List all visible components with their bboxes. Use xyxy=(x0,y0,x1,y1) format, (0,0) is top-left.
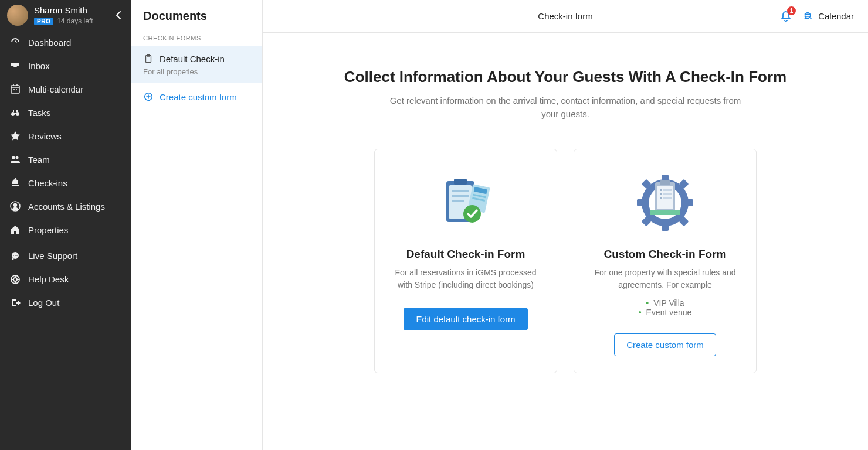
sidebar-item-checkins[interactable]: Check-ins xyxy=(0,171,131,195)
svg-rect-26 xyxy=(454,179,467,185)
card-desc: For one property with special rules and … xyxy=(591,267,740,291)
sidebar-item-reviews[interactable]: Reviews xyxy=(0,124,131,148)
days-left: 14 days left xyxy=(57,17,93,25)
svg-rect-3 xyxy=(14,113,16,114)
users-icon xyxy=(9,154,21,165)
chevron-left-icon[interactable] xyxy=(113,8,124,23)
sidebar-item-accounts[interactable]: Accounts & Listings xyxy=(0,195,131,218)
hero-subtitle: Get relevant information on the arrival … xyxy=(384,94,747,121)
panel-section-label: CHECKIN FORMS xyxy=(131,32,262,46)
svg-rect-27 xyxy=(452,190,469,192)
svg-point-5 xyxy=(16,156,19,159)
panel-title: Documents xyxy=(131,0,262,32)
chat-icon xyxy=(9,250,21,262)
svg-rect-21 xyxy=(147,54,150,56)
svg-rect-28 xyxy=(452,195,469,197)
sidebar-item-label: Help Desk xyxy=(28,274,69,284)
svg-rect-53 xyxy=(650,210,680,215)
sidebar-item-label: Live Support xyxy=(28,251,77,261)
svg-rect-48 xyxy=(663,189,672,191)
clipboard-icon xyxy=(143,53,154,64)
nav-list: Dashboard Inbox Multi-calendar Tasks Rev… xyxy=(0,30,131,237)
lifebuoy-icon xyxy=(9,274,21,285)
sidebar-item-label: Inbox xyxy=(28,61,50,71)
panel-item-title: Default Check-in xyxy=(160,54,225,64)
sidebar-item-label: Tasks xyxy=(28,108,50,118)
sidebar: Sharon Smith PRO 14 days left Dashboard … xyxy=(0,0,131,450)
sidebar-item-dashboard[interactable]: Dashboard xyxy=(0,30,131,54)
content: Collect Information About Your Guests Wi… xyxy=(263,33,868,450)
list-item: Event venue xyxy=(639,308,692,317)
topbar: Check-in form 1 Calendar xyxy=(263,0,868,33)
star-icon xyxy=(9,130,21,142)
sidebar-item-label: Log Out xyxy=(28,298,59,308)
calendar-grid-icon xyxy=(9,83,21,95)
sidebar-item-helpdesk[interactable]: Help Desk xyxy=(0,268,131,291)
card-example-list: VIP Villa Event venue xyxy=(639,298,692,317)
sidebar-item-logout[interactable]: Log Out xyxy=(0,291,131,315)
documents-panel: Documents CHECKIN FORMS Default Check-in… xyxy=(131,0,263,450)
svg-rect-49 xyxy=(660,193,662,195)
svg-point-15 xyxy=(13,255,14,256)
svg-point-16 xyxy=(15,255,16,256)
svg-point-34 xyxy=(463,205,481,223)
svg-point-17 xyxy=(16,255,18,256)
card-custom-checkin: Custom Check-in Form For one property wi… xyxy=(574,149,757,373)
sidebar-item-properties[interactable]: Properties xyxy=(0,218,131,237)
create-custom-form-button[interactable]: Create custom form xyxy=(614,333,716,356)
create-custom-form-link[interactable]: Create custom form xyxy=(131,83,262,110)
notifications-button[interactable]: 1 xyxy=(779,10,792,23)
list-item: VIP Villa xyxy=(639,298,692,308)
gear-clipboard-illustration xyxy=(633,171,697,235)
calendar-link[interactable]: Calendar xyxy=(803,11,854,22)
svg-rect-46 xyxy=(660,180,670,185)
svg-rect-52 xyxy=(663,197,672,199)
svg-rect-29 xyxy=(452,200,464,202)
svg-point-23 xyxy=(805,12,811,18)
user-name: Sharon Smith xyxy=(34,5,107,16)
panel-item-default-checkin[interactable]: Default Check-in For all propeties xyxy=(131,46,262,83)
sidebar-item-multicalendar[interactable]: Multi-calendar xyxy=(0,77,131,101)
pro-badge: PRO xyxy=(34,18,53,25)
tray-icon xyxy=(9,60,21,71)
sidebar-item-tasks[interactable]: Tasks xyxy=(0,101,131,124)
sidebar-item-label: Check-ins xyxy=(28,178,67,188)
notification-badge: 1 xyxy=(787,6,796,15)
sidebar-item-label: Multi-calendar xyxy=(28,84,83,94)
sidebar-item-label: Accounts & Listings xyxy=(28,202,105,212)
nav-footer: Live Support Help Desk Log Out xyxy=(0,244,131,451)
svg-rect-38 xyxy=(686,199,693,206)
bell-tray-icon xyxy=(9,177,21,189)
sidebar-item-inbox[interactable]: Inbox xyxy=(0,54,131,77)
card-desc: For all reservations in iGMS processed w… xyxy=(391,267,540,291)
avatar xyxy=(7,5,28,26)
logout-icon xyxy=(9,297,21,309)
account-circle-icon xyxy=(9,200,21,212)
main: Check-in form 1 Calendar Collect Informa… xyxy=(263,0,868,450)
profile-info: Sharon Smith PRO 14 days left xyxy=(34,5,107,25)
svg-rect-37 xyxy=(637,199,644,206)
cards-row: Default Check-in Form For all reservatio… xyxy=(286,149,845,373)
sidebar-item-livesupport[interactable]: Live Support xyxy=(0,244,131,268)
profile-section[interactable]: Sharon Smith PRO 14 days left xyxy=(0,0,131,30)
svg-rect-51 xyxy=(660,197,662,199)
gauge-icon xyxy=(9,36,21,48)
calendar-search-icon xyxy=(803,11,815,22)
clipboard-check-illustration xyxy=(433,171,498,235)
card-title: Default Check-in Form xyxy=(406,248,525,261)
calendar-link-label: Calendar xyxy=(818,11,854,21)
card-default-checkin: Default Check-in Form For all reservatio… xyxy=(374,149,557,373)
sidebar-item-label: Properties xyxy=(28,225,68,235)
panel-item-sub: For all propeties xyxy=(143,67,250,76)
svg-rect-50 xyxy=(663,193,672,195)
topbar-actions: 1 Calendar xyxy=(779,10,854,23)
svg-rect-0 xyxy=(11,86,19,93)
card-title: Custom Check-in Form xyxy=(603,248,726,261)
home-icon xyxy=(9,224,21,236)
edit-default-checkin-button[interactable]: Edit default check-in form xyxy=(404,308,527,330)
svg-point-19 xyxy=(13,278,17,281)
sidebar-item-team[interactable]: Team xyxy=(0,148,131,171)
svg-rect-47 xyxy=(660,189,662,191)
plus-circle-icon xyxy=(143,91,154,102)
hero-title: Collect Information About Your Guests Wi… xyxy=(286,68,845,86)
